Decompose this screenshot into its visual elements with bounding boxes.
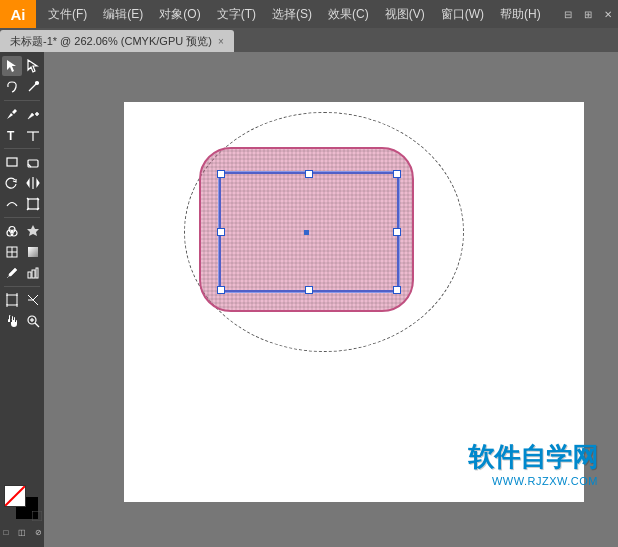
svg-text:T: T <box>7 129 15 142</box>
fill-mode-icons: □ ◫ ⊘ <box>0 525 45 539</box>
menu-select[interactable]: 选择(S) <box>264 0 320 28</box>
warp-tool[interactable] <box>2 194 22 214</box>
close-button[interactable]: ✕ <box>598 0 618 28</box>
handle-top-right[interactable] <box>393 170 401 178</box>
window-controls: ⊟ ⊞ ✕ <box>558 0 618 28</box>
pen-tool[interactable] <box>2 104 22 124</box>
reflect-tool[interactable] <box>23 173 43 193</box>
svg-rect-15 <box>28 199 38 209</box>
svg-rect-28 <box>28 272 31 278</box>
menu-edit[interactable]: 编辑(E) <box>95 0 151 28</box>
live-paint-tool[interactable] <box>23 221 43 241</box>
menu-type[interactable]: 文字(T) <box>209 0 264 28</box>
svg-line-40 <box>35 323 39 327</box>
eraser-tool[interactable] <box>23 152 43 172</box>
stroke-fill-indicator[interactable] <box>4 485 40 521</box>
tab-bar: 未标题-1* @ 262.06% (CMYK/GPU 预览) × <box>0 28 618 52</box>
lasso-tool[interactable] <box>2 77 22 97</box>
svg-marker-1 <box>28 60 37 72</box>
handle-middle-right[interactable] <box>393 228 401 236</box>
menu-window[interactable]: 窗口(W) <box>433 0 492 28</box>
type-tool[interactable]: T <box>2 125 22 145</box>
zoom-tool[interactable] <box>23 311 43 331</box>
document-tab[interactable]: 未标题-1* @ 262.06% (CMYK/GPU 预览) × <box>0 30 234 52</box>
svg-rect-30 <box>36 268 38 278</box>
magic-wand-tool[interactable] <box>23 77 43 97</box>
free-transform-tool[interactable] <box>23 194 43 214</box>
svg-marker-13 <box>27 180 29 186</box>
watermark-sub-text: WWW.RJZXW.COM <box>468 475 598 487</box>
menu-bar: 文件(F) 编辑(E) 对象(O) 文字(T) 选择(S) 效果(C) 视图(V… <box>36 0 558 28</box>
watermark-main-text: 软件自学网 <box>468 440 598 475</box>
tool-separator-3 <box>4 217 40 218</box>
center-marker <box>304 230 309 235</box>
svg-line-17 <box>37 198 39 200</box>
handle-bottom-right[interactable] <box>393 286 401 294</box>
svg-rect-31 <box>7 295 17 305</box>
toolbar: T <box>0 52 44 547</box>
svg-line-16 <box>27 198 29 200</box>
no-fill-icon[interactable]: ⊘ <box>31 525 45 539</box>
svg-rect-9 <box>7 158 17 166</box>
color-swatches: □ ◫ ⊘ <box>0 481 45 543</box>
svg-rect-29 <box>32 270 35 278</box>
menu-effect[interactable]: 效果(C) <box>320 0 377 28</box>
rectangle-tool[interactable] <box>2 152 22 172</box>
handle-top-center[interactable] <box>305 170 313 178</box>
menu-help[interactable]: 帮助(H) <box>492 0 549 28</box>
gradient-fill-icon[interactable]: ◫ <box>15 525 29 539</box>
menu-file[interactable]: 文件(F) <box>40 0 95 28</box>
svg-line-27 <box>7 276 9 278</box>
svg-line-2 <box>29 84 36 91</box>
menu-object[interactable]: 对象(O) <box>151 0 208 28</box>
main-area: T <box>0 52 618 547</box>
artboard-tool[interactable] <box>2 290 22 310</box>
tool-separator-2 <box>4 148 40 149</box>
handle-top-left[interactable] <box>217 170 225 178</box>
chart-tool[interactable] <box>23 263 43 283</box>
add-anchor-tool[interactable] <box>23 104 43 124</box>
menu-view[interactable]: 视图(V) <box>377 0 433 28</box>
handle-middle-left[interactable] <box>217 228 225 236</box>
handle-bottom-center[interactable] <box>305 286 313 294</box>
direct-select-tool[interactable] <box>23 56 43 76</box>
tab-label: 未标题-1* @ 262.06% (CMYK/GPU 预览) <box>10 34 212 49</box>
hand-tool[interactable] <box>2 311 22 331</box>
inner-rectangle[interactable] <box>219 172 399 292</box>
watermark: 软件自学网 WWW.RJZXW.COM <box>468 440 598 487</box>
fill-indicator <box>4 485 26 507</box>
maximize-button[interactable]: ⊞ <box>578 0 598 28</box>
svg-rect-26 <box>28 247 38 257</box>
tab-close-button[interactable]: × <box>218 36 224 47</box>
svg-point-3 <box>35 82 38 85</box>
mesh-tool[interactable] <box>2 242 22 262</box>
svg-rect-44 <box>32 511 42 521</box>
svg-line-18 <box>27 208 29 210</box>
svg-line-38 <box>33 295 38 300</box>
shape-builder-tool[interactable] <box>2 221 22 241</box>
svg-line-19 <box>37 208 39 210</box>
solid-fill-icon[interactable]: □ <box>0 525 13 539</box>
ai-logo: Ai <box>0 0 36 28</box>
tool-separator-4 <box>4 286 40 287</box>
gradient-tool[interactable] <box>23 242 43 262</box>
tool-separator-1 <box>4 100 40 101</box>
handle-bottom-left[interactable] <box>217 286 225 294</box>
eyedropper-tool[interactable] <box>2 263 22 283</box>
title-bar: Ai 文件(F) 编辑(E) 对象(O) 文字(T) 选择(S) 效果(C) 视… <box>0 0 618 28</box>
select-tool[interactable] <box>2 56 22 76</box>
touch-type-tool[interactable] <box>23 125 43 145</box>
svg-marker-14 <box>37 180 39 186</box>
canvas-area[interactable]: 软件自学网 WWW.RJZXW.COM <box>44 52 618 547</box>
minimize-button[interactable]: ⊟ <box>558 0 578 28</box>
slice-tool[interactable] <box>23 290 43 310</box>
rotate-tool[interactable] <box>2 173 22 193</box>
svg-marker-0 <box>7 60 16 72</box>
svg-line-43 <box>5 486 25 506</box>
